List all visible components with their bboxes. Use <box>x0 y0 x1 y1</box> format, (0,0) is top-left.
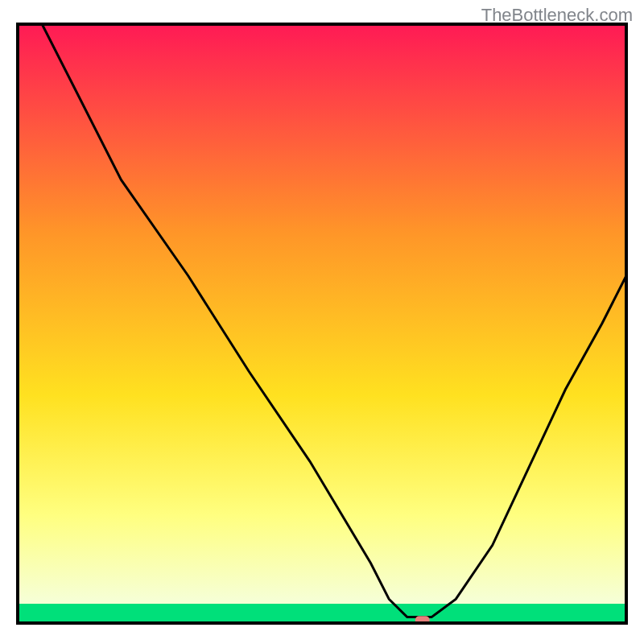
gradient-bg <box>18 24 626 623</box>
green-band <box>18 604 626 623</box>
plot-area <box>18 24 626 624</box>
chart-container: TheBottleneck.com <box>0 0 644 644</box>
watermark-text: TheBottleneck.com <box>481 5 633 26</box>
chart-svg <box>0 0 644 644</box>
